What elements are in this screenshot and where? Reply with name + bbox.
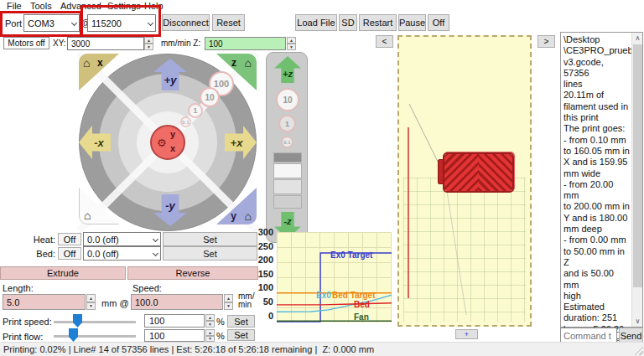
next-layer-button[interactable]: > bbox=[538, 35, 555, 48]
heat-label: Heat: bbox=[25, 235, 55, 245]
home-icon: ⌂ bbox=[245, 56, 252, 70]
y-tick-label: 0 bbox=[252, 311, 273, 321]
jog-distance-1[interactable]: 1 bbox=[188, 103, 203, 118]
z-speed-field[interactable]: 100 bbox=[205, 37, 286, 50]
z-distance-10[interactable]: 10 bbox=[276, 88, 299, 111]
xy-speed-label: XY: bbox=[53, 39, 66, 48]
menu-settings[interactable]: Settings bbox=[107, 1, 141, 11]
z-band[interactable] bbox=[273, 152, 302, 163]
print-speed-slider-handle[interactable] bbox=[73, 314, 82, 328]
print-flow-value-field[interactable]: 100 bbox=[144, 329, 205, 342]
z-speed-spinner[interactable]: ▲▼ bbox=[287, 37, 296, 50]
temp-graph[interactable]: Ex0 Target Ex0 Bed Target Bed Fan bbox=[277, 232, 392, 322]
baud-combo[interactable]: 115200 bbox=[87, 14, 156, 32]
z-band[interactable] bbox=[273, 195, 302, 209]
print-flow-set-button[interactable]: Set bbox=[227, 329, 255, 341]
extrude-length-spinner[interactable]: ▲▼ bbox=[86, 294, 96, 310]
chart-label-bed: Bed bbox=[354, 300, 370, 309]
port-combo[interactable]: COM3 bbox=[23, 14, 80, 32]
gcode-viewer[interactable] bbox=[397, 35, 532, 327]
z-minus-label: -z bbox=[283, 216, 291, 226]
xy-speed-value: 3000 bbox=[71, 39, 90, 49]
home-x-label: x bbox=[97, 57, 103, 69]
chevron-down-icon bbox=[71, 19, 77, 25]
jog-center-y-label: y bbox=[170, 129, 175, 139]
print-object-infill-right bbox=[479, 154, 513, 191]
home-icon: ⌂ bbox=[84, 209, 91, 222]
print-flow-label: Print flow: bbox=[3, 332, 43, 342]
console-line: Estimated bbox=[564, 302, 630, 312]
print-flow-spinner[interactable]: ▲▼ bbox=[205, 329, 215, 342]
console-line: duration: 251 bbox=[564, 312, 630, 323]
load-file-button[interactable]: Load File bbox=[295, 14, 337, 31]
home-icon: ⌂ bbox=[83, 56, 90, 70]
restart-button[interactable]: Restart bbox=[359, 14, 397, 31]
reverse-button[interactable]: Reverse bbox=[127, 266, 258, 280]
print-flow-slider-track[interactable] bbox=[54, 335, 136, 338]
disconnect-button[interactable]: Disconnect bbox=[162, 14, 210, 31]
print-flow-slider-handle[interactable] bbox=[69, 328, 78, 342]
console-line: v3.gcode, 57356 bbox=[564, 57, 630, 80]
console-line: mm deep bbox=[564, 224, 630, 235]
z-band[interactable] bbox=[273, 179, 302, 194]
extrude-length-field[interactable]: 5.0 bbox=[3, 294, 86, 310]
motors-off-button[interactable]: Motors off bbox=[3, 37, 49, 49]
xy-speed-spinner[interactable]: ▲▼ bbox=[144, 37, 153, 50]
console-line: X and is 159.95 bbox=[564, 157, 630, 168]
scrollbar-thumb[interactable] bbox=[633, 44, 642, 287]
heat-off-button[interactable]: Off bbox=[58, 233, 81, 245]
off-button[interactable]: Off bbox=[428, 14, 449, 31]
print-speed-value: 100 bbox=[149, 316, 164, 326]
status-bar: Printing: 0.02% | Line# 14 of 57356 line… bbox=[0, 342, 644, 356]
z-jog-column: +z 10 1 0.1 -z bbox=[266, 52, 308, 243]
reset-button[interactable]: Reset bbox=[212, 14, 245, 31]
z-plus-button[interactable]: +z bbox=[274, 56, 301, 83]
home-y-label: y bbox=[231, 210, 236, 222]
console-line: lines bbox=[564, 79, 630, 90]
heat-set-button[interactable]: Set bbox=[163, 232, 257, 246]
y-tick-label: 300 bbox=[252, 227, 273, 237]
extrude-speed-spinner[interactable]: ▲▼ bbox=[224, 294, 233, 310]
menu-bar: File Tools Advanced Settings Help bbox=[0, 0, 644, 12]
bed-set-button[interactable]: Set bbox=[163, 246, 257, 261]
heat-temp-combo[interactable]: 0.0 (off) bbox=[83, 232, 161, 246]
extrude-speed-field[interactable]: 100.0 bbox=[131, 294, 223, 310]
bed-temp-combo[interactable]: 0.0 (off) bbox=[83, 246, 161, 261]
mm-at-label: mm @ bbox=[101, 298, 129, 308]
menu-help[interactable]: Help bbox=[144, 1, 164, 11]
console-line: - from 20.00 mm bbox=[564, 179, 630, 202]
print-speed-value-field[interactable]: 100 bbox=[144, 314, 205, 328]
prev-layer-button[interactable]: < bbox=[376, 35, 393, 48]
print-speed-spinner[interactable]: ▲▼ bbox=[205, 314, 215, 328]
z-distance-1[interactable]: 1 bbox=[278, 115, 296, 132]
chart-label-ex0-target: Ex0 Target bbox=[330, 250, 372, 260]
console-line: 20.11m of bbox=[564, 90, 630, 101]
scroll-up-icon[interactable]: ∧ bbox=[632, 33, 643, 44]
bed-label: Bed: bbox=[25, 249, 55, 259]
z-distance-01[interactable]: 0.1 bbox=[281, 136, 293, 148]
console-scrollbar[interactable]: ∧ ∨ bbox=[631, 33, 642, 327]
z-speed-label: mm/min Z: bbox=[161, 39, 200, 48]
menu-tools[interactable]: Tools bbox=[30, 1, 52, 11]
console-log: \Desktop\CE3PRO_pruebav3.gcode, 57356lin… bbox=[564, 34, 630, 356]
jog-distance-10[interactable]: 10 bbox=[200, 87, 220, 107]
jog-distance-01[interactable]: 0.1 bbox=[180, 116, 191, 127]
z-band[interactable] bbox=[273, 163, 302, 178]
y-tick-label: 100 bbox=[252, 282, 273, 292]
print-speed-slider-track[interactable] bbox=[54, 321, 136, 323]
viewer-zoom-button[interactable]: + bbox=[455, 329, 478, 339]
menu-file[interactable]: File bbox=[7, 1, 22, 11]
console-line: \Desktop bbox=[564, 34, 630, 45]
xy-speed-field[interactable]: 3000 bbox=[67, 37, 144, 50]
jog-center-button[interactable]: ⚙ y x bbox=[150, 125, 185, 160]
menu-advanced[interactable]: Advanced bbox=[60, 1, 101, 11]
chart-label-ex0: Ex0 bbox=[316, 291, 331, 300]
sd-button[interactable]: SD bbox=[339, 14, 357, 31]
scroll-down-icon[interactable]: ∨ bbox=[632, 316, 643, 327]
pronterface-window: File Tools Advanced Settings Help Port C… bbox=[0, 0, 644, 356]
extrude-button[interactable]: Extrude bbox=[0, 266, 126, 280]
bed-off-button[interactable]: Off bbox=[58, 247, 81, 260]
print-flow-value: 100 bbox=[149, 331, 164, 341]
status-text: Printing: 0.02% | Line# 14 of 57356 line… bbox=[3, 344, 374, 354]
pause-button[interactable]: Pause bbox=[398, 14, 426, 31]
